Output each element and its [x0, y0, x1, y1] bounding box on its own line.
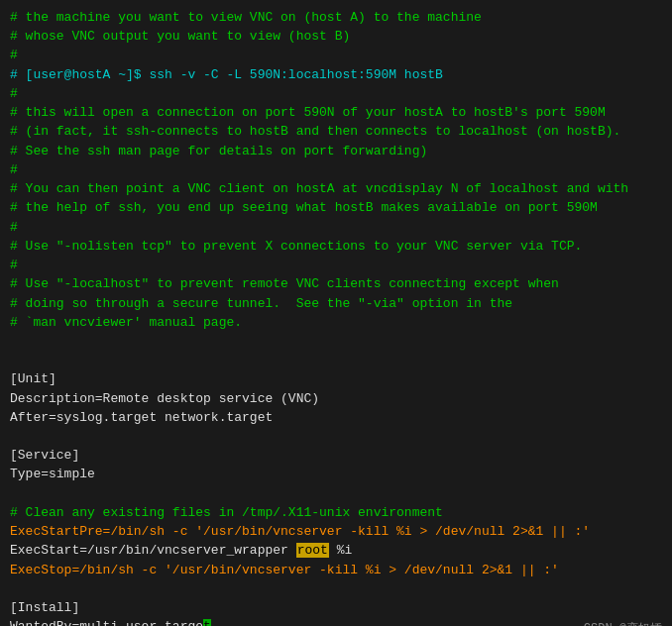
line-12: #	[10, 218, 662, 237]
empty-line-19	[10, 351, 662, 369]
line-27: # Clean any existing files in /tmp/.X11-…	[10, 503, 662, 522]
line-7: # (in fact, it ssh-connects to hostB and…	[10, 122, 662, 141]
line-29: ExecStart=/usr/bin/vncserver_wrapper roo…	[10, 541, 662, 560]
line-1: # the machine you want to view VNC on (h…	[10, 8, 662, 27]
line-24: [Service]	[10, 446, 662, 465]
line-8: # See the ssh man page for details on po…	[10, 142, 662, 160]
line-9: #	[10, 160, 662, 179]
line-11: # the help of ssh, you end up seeing wha…	[10, 198, 662, 217]
line-22: After=syslog.target network.target	[10, 408, 662, 427]
line-6: # this will open a connection on port 59…	[10, 103, 662, 122]
line-20: [Unit]	[10, 369, 662, 388]
cursor-highlight: t	[203, 619, 211, 626]
empty-line-18	[10, 332, 662, 351]
watermark: CSDN @恋奴娇	[584, 620, 662, 627]
line-3: #	[10, 46, 662, 64]
line-10: # You can then point a VNC client on hos…	[10, 179, 662, 198]
empty-line-31	[10, 579, 662, 598]
line-13: # Use "-nolisten tcp" to prevent X conne…	[10, 237, 662, 256]
line-21: Description=Remote desktop service (VNC)	[10, 389, 662, 408]
line-25: Type=simple	[10, 465, 662, 483]
line-14: #	[10, 256, 662, 274]
empty-line-26	[10, 484, 662, 503]
line-33: WantedBy=multi-user.target	[10, 617, 662, 626]
root-highlight: root	[296, 543, 329, 558]
line-2: # whose VNC output you want to view (hos…	[10, 27, 662, 46]
empty-line-23	[10, 427, 662, 446]
line-5: #	[10, 84, 662, 103]
terminal-window: # the machine you want to view VNC on (h…	[0, 0, 672, 626]
line-32: [Install]	[10, 598, 662, 617]
line-30: ExecStop=/bin/sh -c '/usr/bin/vncserver …	[10, 561, 662, 579]
line-17: # `man vncviewer' manual page.	[10, 313, 662, 332]
line-28: ExecStartPre=/bin/sh -c '/usr/bin/vncser…	[10, 522, 662, 541]
line-4: # [user@hostA ~]$ ssh -v -C -L 590N:loca…	[10, 65, 662, 84]
line-16: # doing so through a secure tunnel. See …	[10, 294, 662, 313]
line-15: # Use "-localhost" to prevent remote VNC…	[10, 274, 662, 293]
